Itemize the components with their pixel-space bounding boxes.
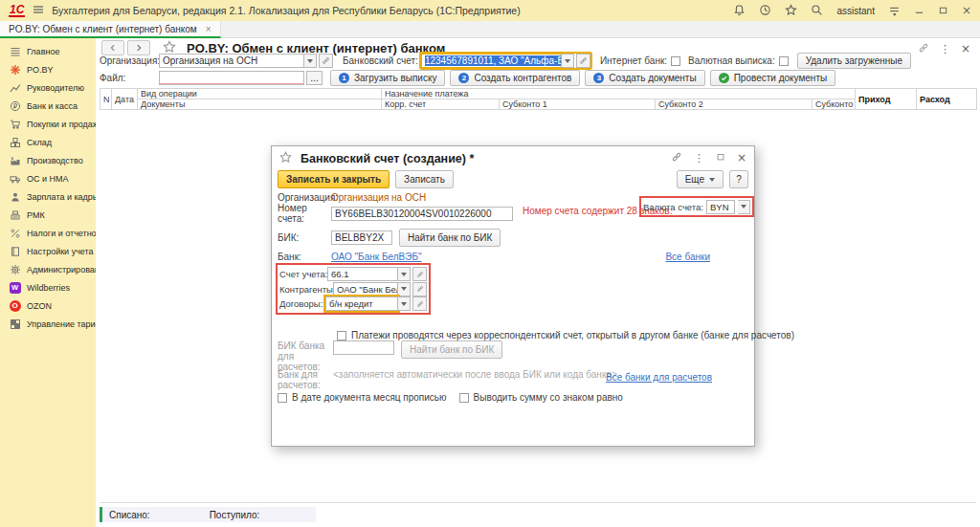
currency-group: Валюта счета: BYN [639, 196, 754, 217]
received-label: Поступило: [210, 510, 260, 520]
wildberries-icon: W [9, 281, 21, 294]
book-icon [9, 245, 21, 257]
account-number-field[interactable]: BY66BELB30120004SV0010226000 [331, 207, 513, 221]
create-documents-button[interactable]: 3 Создать документы [585, 70, 704, 86]
sidebar-item-wildberries[interactable]: W Wildberries [0, 278, 96, 296]
menu-lines-icon [9, 45, 21, 57]
sidebar-item-nalogi[interactable]: Налоги и отчетность [0, 224, 96, 242]
contract-open-button[interactable] [412, 296, 427, 311]
settlement-find-bank-button[interactable]: Найти банк по БИК [401, 340, 502, 359]
account-code-open-button[interactable] [412, 267, 427, 281]
sidebar-item-rukovoditelyu[interactable]: Руководителю [0, 78, 96, 97]
create-counterparties-button[interactable]: 2 Создать контрагентов [450, 70, 580, 86]
more-button[interactable]: Еще [677, 170, 724, 188]
contract-field[interactable]: б/н кредит [325, 296, 398, 311]
close-window-button[interactable]: × [962, 5, 971, 16]
currency-statement-checkbox[interactable] [779, 56, 789, 66]
gear-icon [9, 263, 21, 275]
organization-field[interactable]: Организация на ОСН [159, 54, 304, 68]
bank-account-field[interactable]: 1234567891011, ЗАО "Альфа-Банк" [421, 54, 562, 68]
sidebar-item-pokupki-prodazhi[interactable]: Покупки и продажи [0, 115, 96, 133]
sidebar-nav: Главное PO.BY Руководителю Банк и касса … [0, 38, 96, 527]
dialog-close-icon[interactable]: × [737, 152, 746, 164]
service-menu-icon[interactable] [888, 4, 901, 18]
file-browse-button[interactable]: ... [306, 71, 323, 85]
toolbar-row-1: Организация: Организация на ОСН Банковск… [100, 53, 911, 69]
tab-exchange-with-bank[interactable]: PO.BY: Обмен с клиент (интернет) банком … [0, 21, 221, 38]
col-operation-type[interactable]: Вид операции [138, 89, 382, 99]
search-icon[interactable] [811, 4, 823, 18]
load-statement-button[interactable]: 1 Загрузить выписку [330, 70, 445, 86]
hamburger-menu-icon[interactable] [33, 4, 44, 17]
all-settlement-banks-link[interactable]: Все банки для расчетов [606, 372, 712, 383]
file-field[interactable] [159, 71, 304, 85]
sidebar-item-rmk[interactable]: РМК [0, 206, 96, 224]
sidebar-item-nastroiki-ucheta[interactable]: Настройки учета [0, 242, 96, 260]
all-banks-link[interactable]: Все банки [665, 252, 710, 262]
minimize-button[interactable] [914, 5, 924, 17]
delete-loaded-button[interactable]: Удалить загруженные [797, 53, 911, 69]
sidebar-item-sklad[interactable]: Склад [0, 133, 96, 151]
currency-field[interactable]: BYN [706, 200, 735, 214]
sidebar-item-ozon[interactable]: O OZON [0, 296, 96, 315]
bank-account-label: Банковский счет: [343, 55, 418, 66]
sidebar-item-proizvodstvo[interactable]: Производство [0, 151, 96, 169]
save-button[interactable]: Записать [395, 170, 454, 188]
toolbar-row-2: Файл: ... 1 Загрузить выписку 2 Создать … [100, 70, 835, 86]
dialog-restore-icon[interactable] [716, 152, 725, 164]
organization-open-button[interactable] [319, 54, 333, 68]
settlement-bank-label: Банк для расчетов: [278, 369, 333, 390]
user-name[interactable]: assistant [836, 6, 874, 16]
more-menu-icon[interactable]: ⋮ [940, 44, 950, 55]
counterparty-field[interactable]: ОАО "Банк БелВЭБ" [333, 282, 398, 296]
person-icon [9, 190, 21, 203]
help-button[interactable]: ? [729, 170, 748, 188]
cart-icon [9, 118, 21, 130]
currency-dropdown-button[interactable] [738, 200, 750, 214]
restore-window-button[interactable] [938, 5, 948, 17]
get-link-icon[interactable] [918, 42, 929, 55]
favorites-star-icon[interactable] [785, 4, 797, 18]
sidebar-item-po-by[interactable]: PO.BY [0, 60, 96, 78]
col-payment-purpose[interactable]: Назначение платежа [382, 89, 856, 99]
dialog-organization-value[interactable]: Организация на ОСН [331, 192, 426, 203]
account-code-field[interactable]: 66.1 [327, 267, 398, 281]
file-label: Файл: [100, 73, 159, 83]
sidebar-item-bank-i-kassa[interactable]: Банк и касса [0, 97, 96, 115]
line-chart-icon [9, 81, 21, 94]
dialog-link-icon[interactable] [671, 151, 682, 165]
bank-account-open-button[interactable] [576, 54, 590, 68]
counterparty-dropdown-button[interactable] [398, 282, 411, 296]
bik-field[interactable]: BELBBY2X [331, 231, 392, 245]
bank-account-dropdown-button[interactable] [562, 54, 574, 68]
settlement-bik-field[interactable] [333, 340, 394, 355]
contract-dropdown-button[interactable] [398, 296, 411, 311]
tab-close-icon[interactable]: × [206, 24, 212, 34]
settlement-bik-label: БИК банка для расчетов: [278, 340, 333, 372]
dialog-more-icon[interactable]: ⋮ [694, 153, 704, 164]
sidebar-item-os-i-nma[interactable]: ОС и НМА [0, 169, 96, 187]
app-window: 1С Бухгалтерия для Беларуси, редакция 2.… [0, 0, 980, 527]
sidebar-item-glavnoe[interactable]: Главное [0, 42, 96, 60]
equal-sign-checkbox[interactable] [459, 393, 469, 403]
correspondent-account-checkbox[interactable] [337, 331, 346, 340]
form-close-icon[interactable]: × [961, 43, 970, 55]
counterparty-open-button[interactable] [412, 282, 427, 296]
save-and-close-button[interactable]: Записать и закрыть [278, 170, 390, 188]
app-title: Бухгалтерия для Беларуси, редакция 2.1. … [52, 5, 520, 16]
dialog-star-icon[interactable] [279, 151, 292, 166]
post-documents-button[interactable]: Провести документы [710, 70, 836, 86]
dialog-title: Банковский счет (создание) * [301, 152, 474, 165]
find-bank-button[interactable]: Найти банк по БИК [399, 229, 501, 247]
sidebar-item-zarplata-kadry[interactable]: Зарплата и кадры [0, 187, 96, 206]
account-code-dropdown-button[interactable] [398, 267, 411, 281]
bank-value-link[interactable]: ОАО "Банк БелВЭБ" [331, 252, 422, 262]
sidebar-item-upravlenie-tarifom[interactable]: Управление тарифом [0, 315, 96, 333]
history-icon[interactable] [759, 4, 771, 18]
internet-bank-checkbox[interactable] [671, 56, 680, 66]
sidebar-item-administrirovanie[interactable]: Администрирование [0, 260, 96, 278]
currency-statement-label: Валютная выписка: [688, 55, 775, 66]
organization-dropdown-button[interactable] [304, 54, 317, 68]
month-in-words-checkbox[interactable] [278, 393, 287, 403]
notifications-bell-icon[interactable] [733, 4, 746, 18]
